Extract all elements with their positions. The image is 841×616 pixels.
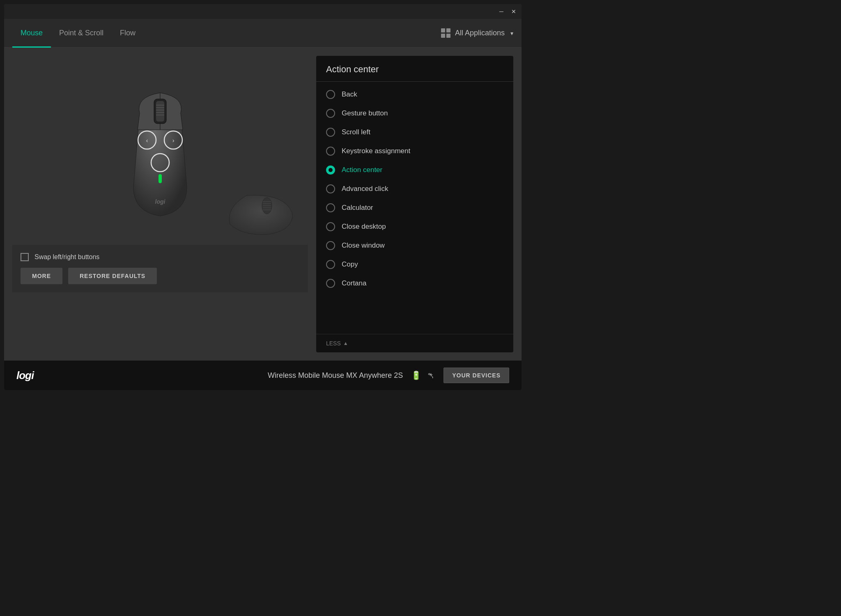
action-item-label: Copy (342, 260, 358, 269)
action-center-title: Action center (326, 64, 379, 74)
radio-button (326, 203, 335, 212)
action-item-label: Keystroke assignment (342, 147, 410, 155)
action-item[interactable]: Close desktop (316, 217, 513, 236)
minimize-button[interactable]: ─ (498, 9, 505, 14)
radio-button (326, 260, 335, 269)
action-item-label: Scroll left (342, 128, 370, 136)
tab-mouse[interactable]: Mouse (12, 19, 51, 48)
bluetooth-icon: ⯲ (427, 371, 435, 380)
less-button[interactable]: LESS ▲ (316, 334, 513, 352)
main-content: ‹ › logi (4, 48, 522, 361)
svg-rect-2 (156, 101, 164, 122)
mouse-side-illustration (222, 187, 296, 241)
action-item[interactable]: Advanced click (316, 179, 513, 198)
battery-icon: 🔋 (411, 370, 421, 380)
action-item-label: Cortana (342, 279, 366, 287)
mouse-visual: ‹ › logi (12, 56, 308, 245)
mouse-illustration: ‹ › logi (115, 80, 205, 220)
action-item[interactable]: Back (316, 85, 513, 104)
radio-button (326, 109, 335, 118)
all-applications-dropdown[interactable]: All Applications ▾ (441, 28, 513, 38)
grid-icon (441, 28, 451, 38)
logi-logo: logi (16, 369, 34, 382)
svg-text:‹: ‹ (146, 137, 148, 144)
more-button[interactable]: MORE (21, 268, 62, 284)
action-center-list[interactable]: BackGesture buttonScroll leftKeystroke a… (316, 82, 513, 334)
app-window: ─ ✕ Mouse Point & Scroll Flow All Applic… (4, 4, 522, 390)
radio-button (326, 128, 335, 137)
swap-label: Swap left/right buttons (34, 253, 99, 261)
action-item-label: Action center (342, 166, 382, 174)
chevron-down-icon: ▾ (510, 30, 513, 37)
action-item[interactable]: Keystroke assignment (316, 142, 513, 161)
action-item-label: Advanced click (342, 185, 388, 193)
svg-rect-13 (159, 174, 162, 183)
svg-text:logi: logi (155, 198, 166, 205)
action-item[interactable]: Action center (316, 161, 513, 179)
action-item[interactable]: Cortana (316, 274, 513, 293)
action-item-label: Close window (342, 241, 385, 250)
action-item[interactable]: Close window (316, 236, 513, 255)
your-devices-button[interactable]: YOUR DEVICES (443, 368, 509, 383)
radio-button (326, 90, 335, 99)
radio-button (326, 184, 335, 193)
radio-button (326, 165, 335, 175)
mouse-area: ‹ › logi (12, 56, 308, 352)
action-item[interactable]: Copy (316, 255, 513, 274)
title-bar: ─ ✕ (4, 4, 522, 19)
svg-text:›: › (172, 137, 175, 144)
radio-button (326, 279, 335, 288)
action-item[interactable]: Scroll left (316, 123, 513, 142)
radio-button (326, 222, 335, 231)
swap-checkbox[interactable] (21, 253, 29, 261)
action-center-panel: Action center BackGesture buttonScroll l… (316, 56, 513, 352)
swap-row: Swap left/right buttons (21, 253, 300, 261)
restore-defaults-button[interactable]: RESTORE DEFAULTS (68, 268, 157, 284)
action-center-header: Action center (316, 56, 513, 82)
close-button[interactable]: ✕ (510, 9, 517, 14)
radio-button (326, 147, 335, 156)
action-item-label: Close desktop (342, 223, 386, 231)
device-name: Wireless Mobile Mouse MX Anywhere 2S (268, 371, 403, 380)
buttons-row: MORE RESTORE DEFAULTS (21, 268, 300, 284)
tab-flow[interactable]: Flow (112, 19, 144, 48)
footer-icons: 🔋 ⯲ (411, 370, 435, 380)
action-item-label: Calculator (342, 204, 373, 212)
footer: logi Wireless Mobile Mouse MX Anywhere 2… (4, 361, 522, 390)
action-item-label: Gesture button (342, 109, 388, 117)
action-item[interactable]: Calculator (316, 198, 513, 217)
tab-point-scroll[interactable]: Point & Scroll (51, 19, 112, 48)
action-item-label: Back (342, 90, 357, 99)
tab-bar: Mouse Point & Scroll Flow All Applicatio… (4, 19, 522, 48)
chevron-up-icon: ▲ (343, 340, 348, 346)
action-item[interactable]: Gesture button (316, 104, 513, 123)
bottom-controls: Swap left/right buttons MORE RESTORE DEF… (12, 245, 308, 292)
radio-button (326, 241, 335, 250)
